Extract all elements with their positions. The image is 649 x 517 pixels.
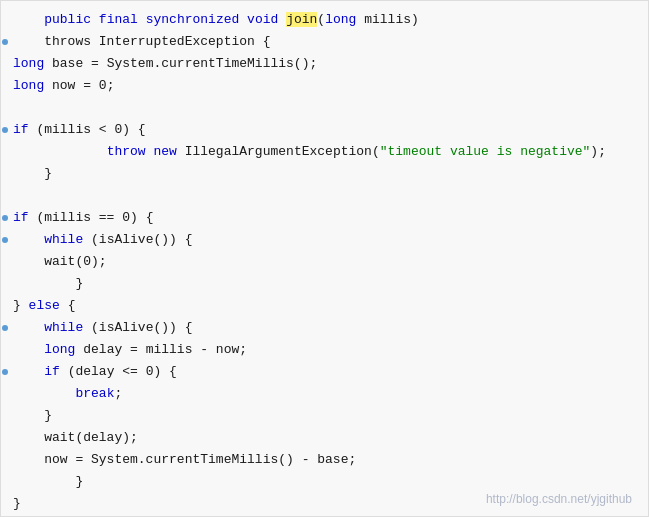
- kw-blue: long: [44, 342, 75, 357]
- code-text: [239, 12, 247, 27]
- code-line: if (delay <= 0) {: [1, 361, 648, 383]
- line-content: long now = 0;: [9, 75, 648, 97]
- code-text: [13, 12, 44, 27]
- code-line: if (millis == 0) {: [1, 207, 648, 229]
- code-text: (millis < 0) {: [29, 122, 146, 137]
- line-content: }: [9, 493, 648, 515]
- kw-blue: while: [44, 232, 83, 247]
- line-content: while (isAlive()) {: [9, 229, 648, 251]
- kw-blue: new: [153, 144, 176, 159]
- code-line: }: [1, 471, 648, 493]
- line-gutter: [1, 127, 9, 133]
- line-content: }: [9, 471, 648, 493]
- code-text: now = System.currentTimeMillis() - base;: [13, 452, 356, 467]
- code-line: }: [1, 163, 648, 185]
- kw-blue: else: [29, 298, 60, 313]
- code-text: [278, 12, 286, 27]
- code-container: public final synchronized void join(long…: [0, 0, 649, 517]
- code-text: IllegalArgumentException(: [177, 144, 380, 159]
- code-line: throw new IllegalArgumentException("time…: [1, 141, 648, 163]
- code-text: [13, 386, 75, 401]
- code-text: ;: [114, 386, 122, 401]
- code-text: now = 0;: [44, 78, 114, 93]
- code-text: throws InterruptedException {: [13, 34, 270, 49]
- code-text: }: [13, 276, 83, 291]
- line-gutter: [1, 237, 9, 243]
- line-content: long base = System.currentTimeMillis();: [9, 53, 648, 75]
- code-text: [13, 144, 107, 159]
- breakpoint-dot: [2, 369, 8, 375]
- line-content: public final synchronized void join(long…: [9, 9, 648, 31]
- code-text: {: [60, 298, 76, 313]
- line-gutter: [1, 369, 9, 375]
- kw-blue: synchronized: [146, 12, 240, 27]
- code-line: public final synchronized void join(long…: [1, 9, 648, 31]
- kw-blue: final: [99, 12, 138, 27]
- code-text: [138, 12, 146, 27]
- code-line: long base = System.currentTimeMillis();: [1, 53, 648, 75]
- code-text: (isAlive()) {: [83, 232, 192, 247]
- kw-blue: if: [13, 210, 29, 225]
- code-line: long now = 0;: [1, 75, 648, 97]
- line-content: if (millis < 0) {: [9, 119, 648, 141]
- breakpoint-dot: [2, 215, 8, 221]
- line-content: break;: [9, 383, 648, 405]
- line-content: now = System.currentTimeMillis() - base;: [9, 449, 648, 471]
- kw-blue: long: [13, 78, 44, 93]
- code-text: (isAlive()) {: [83, 320, 192, 335]
- kw-blue: throw: [107, 144, 146, 159]
- code-text: delay = millis - now;: [75, 342, 247, 357]
- kw-blue: if: [44, 364, 60, 379]
- code-lines: public final synchronized void join(long…: [1, 9, 648, 517]
- code-text: [91, 12, 99, 27]
- code-text: (: [317, 12, 325, 27]
- code-text: (delay <= 0) {: [60, 364, 177, 379]
- code-text: millis): [356, 12, 418, 27]
- code-text: }: [13, 166, 52, 181]
- code-text: (millis == 0) {: [29, 210, 154, 225]
- line-content: while (isAlive()) {: [9, 317, 648, 339]
- line-content: wait(delay);: [9, 427, 648, 449]
- code-line: break;: [1, 383, 648, 405]
- line-gutter: [1, 215, 9, 221]
- line-content: }: [9, 273, 648, 295]
- line-content: throws InterruptedException {: [9, 31, 648, 53]
- line-content: } else {: [9, 295, 648, 317]
- breakpoint-dot: [2, 237, 8, 243]
- code-text: [13, 342, 44, 357]
- code-line: [1, 185, 648, 207]
- line-content: if (millis == 0) {: [9, 207, 648, 229]
- breakpoint-dot: [2, 39, 8, 45]
- code-text: base = System.currentTimeMillis();: [44, 56, 317, 71]
- code-text: );: [590, 144, 606, 159]
- kw-blue: public: [44, 12, 91, 27]
- code-text: wait(0);: [13, 254, 107, 269]
- code-line: if (millis < 0) {: [1, 119, 648, 141]
- kw-blue: long: [325, 12, 356, 27]
- code-text: }: [13, 408, 52, 423]
- code-text: [13, 320, 44, 335]
- line-content: }: [9, 163, 648, 185]
- line-gutter: [1, 39, 9, 45]
- code-line: now = System.currentTimeMillis() - base;: [1, 449, 648, 471]
- code-line: }: [1, 273, 648, 295]
- line-content: }: [9, 405, 648, 427]
- line-content: long delay = millis - now;: [9, 339, 648, 361]
- code-line: [1, 97, 648, 119]
- kw-blue: long: [13, 56, 44, 71]
- code-line: while (isAlive()) {: [1, 229, 648, 251]
- code-line: wait(0);: [1, 251, 648, 273]
- kw-blue: while: [44, 320, 83, 335]
- str: "timeout value is negative": [380, 144, 591, 159]
- code-line: } else {: [1, 295, 648, 317]
- code-line: long delay = millis - now;: [1, 339, 648, 361]
- kw-blue: break: [75, 386, 114, 401]
- kw-blue: void: [247, 12, 278, 27]
- breakpoint-dot: [2, 325, 8, 331]
- code-line: throws InterruptedException {: [1, 31, 648, 53]
- line-content: throw new IllegalArgumentException("time…: [9, 141, 648, 163]
- code-text: }: [13, 298, 29, 313]
- kw-blue: if: [13, 122, 29, 137]
- code-line: }: [1, 493, 648, 515]
- code-line: }: [1, 405, 648, 427]
